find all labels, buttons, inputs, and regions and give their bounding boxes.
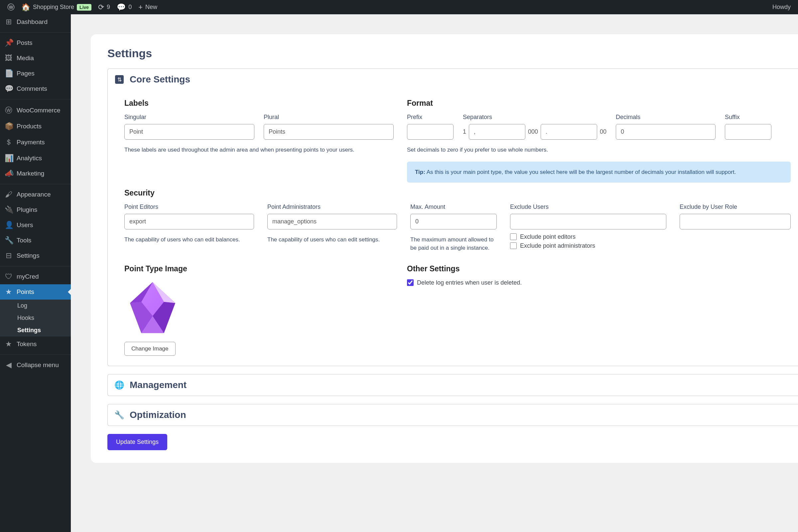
site-name[interactable]: 🏠 Shopping Store Live (18, 0, 95, 14)
plural-input[interactable] (264, 124, 394, 140)
point-admins-input[interactable] (267, 214, 397, 229)
max-amount-label: Max. Amount (410, 204, 497, 210)
menu-mycred[interactable]: 🛡myCred (0, 269, 71, 284)
menu-label: Points (17, 288, 34, 296)
menu-settings[interactable]: ⊟Settings (0, 248, 71, 263)
menu-comments[interactable]: 💬Comments (0, 81, 71, 96)
point-admins-help: The capability of users who can edit set… (267, 235, 397, 244)
delete-log-checkbox[interactable] (407, 279, 414, 286)
decimals-input[interactable] (616, 124, 716, 140)
tip-label: Tip: (415, 169, 425, 175)
exclude-admins-checkbox[interactable] (510, 242, 517, 249)
shield-icon: 🛡 (5, 272, 13, 281)
core-settings-icon: ⇅ (115, 75, 124, 84)
decimal-sep-input[interactable] (540, 124, 597, 140)
menu-pages[interactable]: 📄Pages (0, 66, 71, 81)
accordion-title: Optimization (130, 410, 186, 420)
menu-analytics[interactable]: 📊Analytics (0, 151, 71, 166)
singular-label: Singular (125, 114, 254, 121)
other-settings-heading: Other Settings (407, 264, 791, 273)
sep-one: 1 (463, 128, 466, 135)
exclude-editors-checkbox[interactable] (510, 233, 517, 240)
wp-logo[interactable]: ⓦ (4, 0, 18, 14)
comments-bubble[interactable]: 💬 0 (113, 0, 135, 14)
menu-tools[interactable]: 🔧Tools (0, 233, 71, 248)
format-heading: Format (407, 99, 791, 108)
update-settings-button[interactable]: Update Settings (108, 434, 167, 450)
submenu-hooks[interactable]: Hooks (0, 312, 71, 324)
submenu-settings[interactable]: Settings (0, 324, 71, 337)
security-heading: Security (125, 189, 791, 197)
singular-input[interactable] (125, 124, 254, 140)
accordion-management: 🌐 Management (108, 374, 798, 396)
page-title: Settings (108, 47, 798, 60)
accordion-core-settings: ⇅ Core Settings Labels Singular (108, 69, 798, 366)
format-help: Set decimals to zero if you prefer to us… (407, 146, 791, 154)
plug-icon: 🔌 (5, 206, 13, 214)
menu-label: Marketing (17, 170, 44, 177)
suffix-label: Suffix (725, 114, 772, 121)
plus-icon: + (138, 3, 142, 12)
max-amount-help: The maximum amount allowed to be paid ou… (410, 235, 497, 252)
submenu-log[interactable]: Log (0, 300, 71, 312)
submenu-points: Log Hooks Settings (0, 300, 71, 337)
menu-label: Payments (17, 139, 44, 146)
megaphone-icon: 📣 (5, 169, 13, 178)
menu-label: Collapse menu (17, 361, 59, 369)
menu-label: Comments (17, 85, 47, 92)
star-icon: ★ (5, 340, 13, 348)
menu-plugins[interactable]: 🔌Plugins (0, 202, 71, 217)
menu-users[interactable]: 👤Users (0, 217, 71, 233)
format-tip: Tip: As this is your main point type, th… (407, 162, 791, 183)
point-type-image (125, 279, 181, 336)
menu-products[interactable]: 📦Products (0, 119, 71, 134)
menu-payments[interactable]: ＄Payments (0, 134, 71, 151)
thousand-sep-input[interactable] (469, 124, 525, 140)
updates-count: 9 (107, 4, 110, 11)
woo-icon: ⓦ (5, 106, 13, 115)
home-icon: 🏠 (21, 3, 30, 12)
plural-label: Plural (264, 114, 394, 121)
suffix-input[interactable] (725, 124, 772, 140)
comment-icon: 💬 (5, 84, 13, 93)
menu-appearance[interactable]: 🖌Appearance (0, 187, 71, 202)
change-image-button[interactable]: Change Image (125, 342, 175, 356)
menu-marketing[interactable]: 📣Marketing (0, 166, 71, 181)
tip-text: As this is your main point type, the val… (426, 169, 736, 175)
menu-posts[interactable]: 📌Posts (0, 35, 71, 51)
accordion-header-optimization[interactable]: 🔧 Optimization (108, 404, 798, 425)
pin-icon: 📌 (5, 39, 13, 47)
exclude-role-input[interactable] (680, 214, 791, 229)
menu-dashboard[interactable]: ⊞Dashboard (0, 14, 71, 30)
exclude-admins-label: Exclude point administrators (520, 242, 595, 249)
updates[interactable]: ⟳ 9 (95, 0, 113, 14)
menu-label: myCred (17, 273, 39, 280)
collapse-icon: ◀ (5, 361, 13, 369)
menu-points[interactable]: ★Points (0, 284, 71, 300)
menu-label: Analytics (17, 155, 42, 162)
pages-icon: 📄 (5, 69, 13, 78)
new-content[interactable]: + New (135, 0, 160, 14)
live-badge: Live (77, 4, 92, 11)
menu-media[interactable]: 🖼Media (0, 51, 71, 66)
money-icon: ＄ (5, 137, 13, 147)
exclude-users-input[interactable] (510, 214, 666, 229)
new-label: New (145, 4, 157, 11)
menu-label: WooCommerce (17, 107, 60, 114)
max-amount-input[interactable] (410, 214, 497, 229)
howdy[interactable]: Howdy (769, 0, 794, 14)
menu-label: Appearance (17, 191, 51, 198)
site-name-label: Shopping Store (33, 4, 74, 11)
menu-tokens[interactable]: ★Tokens (0, 337, 71, 352)
accordion-header-core[interactable]: ⇅ Core Settings (108, 69, 798, 90)
accordion-title: Core Settings (130, 74, 190, 85)
prefix-input[interactable] (407, 124, 454, 140)
chart-icon: 📊 (5, 154, 13, 163)
dashboard-icon: ⊞ (5, 18, 13, 26)
point-editors-input[interactable] (125, 214, 254, 229)
labels-help: These labels are used throughout the adm… (125, 146, 394, 154)
sep-thousand: 000 (528, 128, 538, 135)
accordion-header-management[interactable]: 🌐 Management (108, 374, 798, 396)
menu-woocommerce[interactable]: ⓦWooCommerce (0, 102, 71, 119)
menu-collapse[interactable]: ◀Collapse menu (0, 358, 71, 373)
